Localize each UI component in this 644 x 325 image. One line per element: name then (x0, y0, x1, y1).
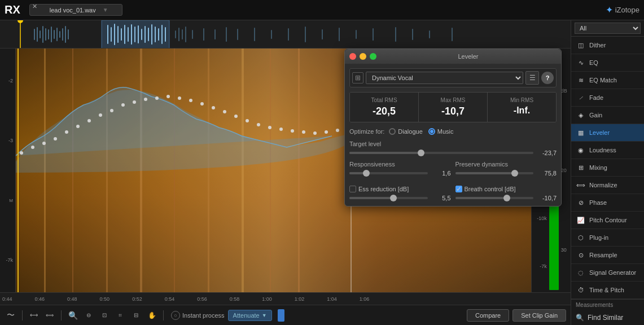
attenuate-button[interactable]: Attenuate ▼ (228, 310, 272, 321)
panel-item-phase[interactable]: ⊘ Phase (571, 194, 644, 212)
panel-item-loudness[interactable]: ◉ Loudness (571, 142, 644, 159)
dialog-minimize-button[interactable] (360, 53, 366, 60)
optimize-radio-group: Dialogue Music (389, 128, 453, 135)
preserve-dynamics-slider[interactable] (455, 172, 534, 174)
svg-rect-8 (54, 30, 55, 39)
panel-item-pitch-contour[interactable]: 📈 Pitch Contour (571, 212, 644, 229)
panel-icon-mixing: ⊞ (576, 162, 586, 173)
svg-rect-4 (42, 26, 43, 43)
panel-icon-normalize: ⟺ (576, 180, 586, 190)
ess-reduction-slider[interactable] (349, 197, 428, 199)
file-tab[interactable]: ✕ lead voc_01.wav ▼ (29, 4, 122, 16)
panel-icon-pitch-contour: 📈 (576, 215, 586, 225)
target-level-thumb[interactable] (418, 150, 424, 156)
app-container: RX ✕ lead voc_01.wav ▼ ✦ iZotope (0, 0, 644, 325)
ess-reduction-row: 5,5 (349, 195, 451, 201)
find-similar-item[interactable]: 🔍 Find Similar (571, 310, 644, 325)
file-name: lead voc_01.wav (50, 7, 96, 14)
panel-item-leveler[interactable]: ▦ Leveler (571, 124, 644, 142)
breath-control-thumb[interactable] (503, 195, 510, 201)
panel-label-gain: Gain (589, 112, 602, 118)
help-button[interactable]: ? (541, 72, 554, 84)
svg-rect-49 (373, 28, 374, 41)
breath-control-section: ✓ Breath control [dB] -10,7 (455, 186, 557, 201)
panel-item-fade[interactable]: ⟋ Fade (571, 89, 644, 107)
svg-point-79 (144, 98, 147, 101)
panel-items-container: ◫ Dither ∿ EQ ≋ EQ Match ⟋ Fade ◈ Gain ▦… (571, 37, 644, 299)
total-rms-box: Total RMS -20,5 (350, 93, 419, 122)
waveform-icon[interactable]: 〜 (5, 309, 17, 322)
set-clip-gain-button[interactable]: Set Clip Gain (512, 309, 566, 322)
max-rms-box: Max RMS -10,7 (419, 93, 488, 122)
panel-label-loudness: Loudness (589, 147, 616, 153)
panel-item-mixing[interactable]: ⊞ Mixing (571, 159, 644, 177)
close-btn[interactable]: ✕ (32, 3, 37, 10)
panel-item-normalize[interactable]: ⟺ Normalize (571, 177, 644, 194)
db-right-label-1: dB (561, 88, 567, 94)
panel-item-resample[interactable]: ⊙ Resample (571, 247, 644, 264)
target-level-slider[interactable] (349, 152, 533, 154)
preserve-dynamics-thumb[interactable] (511, 170, 518, 177)
ess-reduction-thumb[interactable] (390, 195, 397, 201)
optimize-row: Optimize for: Dialogue Music (349, 128, 557, 135)
responsiveness-row: 1,6 (349, 170, 451, 177)
dialogue-radio[interactable]: Dialogue (389, 128, 422, 135)
music-radio-label: Music (437, 128, 454, 135)
dialog-close-button[interactable] (349, 53, 356, 60)
svg-point-72 (65, 130, 68, 134)
svg-point-82 (178, 96, 181, 100)
svg-point-92 (291, 129, 294, 133)
svg-rect-23 (134, 27, 135, 42)
panel-item-plug-in[interactable]: ⬡ Plug-in (571, 229, 644, 247)
waveform-overview[interactable] (0, 20, 571, 49)
svg-rect-45 (305, 27, 306, 42)
svg-rect-18 (117, 26, 119, 43)
hand-icon[interactable]: ✋ (146, 309, 158, 322)
preset-dropdown[interactable]: Dynamic Vocal (366, 72, 523, 84)
responsiveness-slider[interactable] (349, 172, 428, 174)
zoom-fit-icon[interactable]: ⊟ (130, 309, 142, 322)
lasso-icon[interactable]: ⌗ (114, 309, 126, 322)
panel-item-signal-gen[interactable]: ◌ Signal Generator (571, 264, 644, 282)
select-icon[interactable]: ⊡ (98, 309, 111, 322)
panel-filter-dropdown[interactable]: All (575, 23, 641, 34)
dialog-title: Leveler (380, 53, 557, 60)
zoom-in-icon[interactable]: 🔍 (67, 309, 79, 322)
breath-control-slider[interactable] (455, 197, 534, 199)
svg-point-68 (20, 151, 23, 155)
svg-rect-7 (51, 27, 52, 42)
panel-item-time-pitch[interactable]: ⏱ Time & Pitch (571, 282, 644, 299)
db-label-4: -10k (537, 216, 547, 221)
svg-rect-0 (0, 20, 571, 49)
preset-icon[interactable]: ⊞ (352, 72, 363, 84)
preset-menu-button[interactable]: ☰ (525, 71, 539, 85)
panel-icon-resample: ⊙ (576, 250, 586, 260)
svg-rect-35 (182, 29, 183, 39)
svg-rect-24 (138, 25, 139, 43)
svg-point-87 (234, 115, 238, 118)
ess-reduction-checkbox[interactable] (349, 186, 356, 192)
responsiveness-thumb[interactable] (363, 170, 370, 177)
preset-row: ⊞ Dynamic Vocal ☰ ? (349, 68, 557, 87)
svg-rect-6 (48, 29, 49, 39)
panel-label-signal-gen: Signal Generator (589, 269, 636, 276)
panel-item-eq[interactable]: ∿ EQ (571, 54, 644, 72)
svg-rect-40 (226, 27, 227, 42)
dialog-maximize-button[interactable] (370, 53, 376, 60)
preserve-dynamics-fill (455, 172, 514, 174)
zoom-out-icon[interactable]: ⊖ (82, 309, 95, 322)
zoom-horizontal-icon[interactable]: ⟷ (28, 309, 40, 322)
measurements-label: Measurements (576, 302, 613, 308)
music-radio[interactable]: Music (428, 128, 454, 135)
panel-item-eq-match[interactable]: ≋ EQ Match (571, 72, 644, 89)
compare-button[interactable]: Compare (467, 309, 509, 322)
scroll-icon[interactable]: ⟺ (43, 309, 56, 322)
svg-rect-26 (144, 26, 146, 43)
toolbar-sep-2 (61, 310, 62, 320)
panel-item-dither[interactable]: ◫ Dither (571, 37, 644, 54)
svg-point-76 (110, 109, 113, 112)
attenuate-arrow: ▼ (262, 313, 267, 318)
panel-item-gain[interactable]: ◈ Gain (571, 107, 644, 124)
breath-control-checkbox[interactable]: ✓ (455, 186, 462, 192)
overview-waveform-svg (0, 20, 571, 49)
